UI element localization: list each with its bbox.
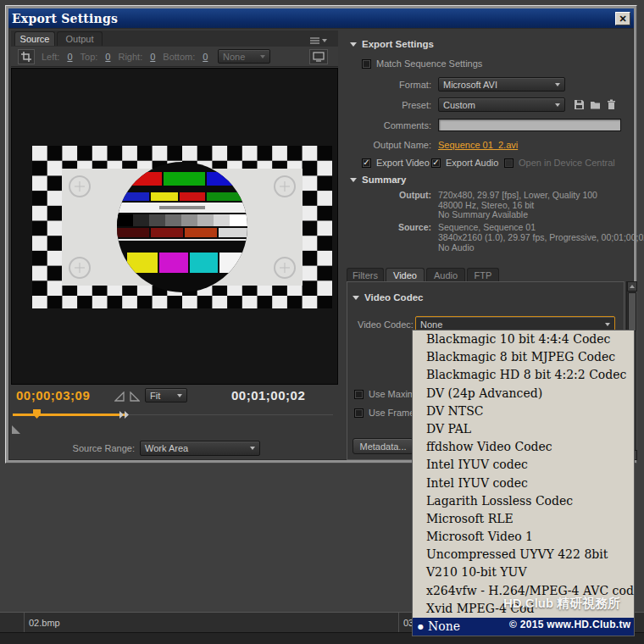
crop-left-value[interactable]: 0	[67, 52, 72, 62]
codec-option[interactable]: Intel IYUV codec	[413, 475, 634, 492]
zoom-level-dropdown[interactable]: Fit	[145, 388, 187, 402]
export-video-checkbox[interactable]: ✓	[362, 158, 371, 168]
playhead-marker[interactable]	[33, 409, 41, 419]
summary-output-label: Output:	[347, 190, 431, 200]
scrubber-elapsed[interactable]	[13, 414, 126, 416]
disclosure-triangle-icon	[350, 178, 357, 182]
use-frame-blend-checkbox[interactable]	[354, 408, 364, 418]
in-point-icon[interactable]	[114, 391, 125, 402]
crop-bottom-label: Bottom:	[163, 52, 195, 62]
tab-ftp[interactable]: FTP	[467, 268, 499, 282]
tab-output-label: Output	[65, 34, 93, 44]
tab-filters[interactable]: Filters	[347, 268, 384, 282]
summary-header[interactable]: Summary	[350, 175, 406, 185]
match-sequence-checkbox[interactable]	[362, 59, 371, 69]
export-video-label: Export Video	[376, 158, 430, 168]
transport-bar: 00;00;03;09 Fit 00;01;00;02	[9, 386, 341, 407]
match-sequence-label: Match Sequence Settings	[376, 58, 482, 69]
tab-audio[interactable]: Audio	[426, 268, 465, 282]
tab-source-label: Source	[20, 34, 50, 44]
crop-aspect-dropdown[interactable]: None	[218, 49, 270, 64]
zoom-level-value: Fit	[150, 391, 160, 401]
delete-preset-button[interactable]	[604, 97, 618, 111]
summary-source-line2: 3840x2160 (1.0), 29.97 fps, Progressive,…	[438, 232, 644, 242]
codec-option[interactable]: Lagarith Lossless Codec	[413, 492, 634, 510]
source-range-row: Source Range: Work Area	[9, 439, 341, 458]
codec-dropdown-list: Blackmagic 10 bit 4:4:4 CodecBlackmagic …	[413, 330, 634, 618]
comments-label: Comments:	[347, 120, 431, 130]
codec-option[interactable]: Intel IYUV codec	[413, 456, 634, 474]
metadata-button[interactable]: Metadata...	[353, 438, 414, 454]
codec-option[interactable]: DV PAL	[413, 420, 634, 438]
scrollbar-thumb[interactable]	[628, 292, 636, 331]
zoom-handle-icon[interactable]	[12, 425, 21, 434]
video-codec-header[interactable]: Video Codec	[353, 292, 423, 303]
format-value: Microsoft AVI	[443, 80, 497, 90]
format-dropdown[interactable]: Microsoft AVI	[438, 77, 565, 92]
tab-output[interactable]: Output	[57, 31, 103, 46]
preset-dropdown[interactable]: Custom	[438, 97, 565, 112]
out-point-icon[interactable]	[130, 391, 140, 402]
use-maximum-checkbox[interactable]	[354, 390, 364, 399]
current-timecode[interactable]: 00;00;03;09	[16, 388, 90, 402]
crop-left-label: Left:	[42, 52, 59, 62]
codec-option[interactable]: DV (24p Advanced)	[413, 385, 634, 402]
codec-option[interactable]: ffdshow Video Codec	[413, 438, 634, 456]
crop-bottom-value[interactable]: 0	[203, 52, 208, 62]
source-range-value: Work Area	[145, 443, 188, 453]
export-settings-header-label: Export Settings	[362, 39, 434, 49]
preset-value: Custom	[443, 100, 475, 110]
disclosure-triangle-icon	[353, 296, 359, 300]
open-device-central-label: Open in Device Central	[519, 158, 615, 168]
duration-timecode: 00;01;00;02	[231, 388, 305, 402]
dialog-titlebar[interactable]: Export Settings ✕	[8, 8, 634, 28]
preview-test-pattern	[32, 146, 332, 308]
tab-video-label: Video	[393, 270, 417, 280]
timeline-clip-label[interactable]: 02.bmp	[29, 618, 60, 628]
comments-field[interactable]	[438, 119, 621, 131]
codec-option[interactable]: Blackmagic HD 8 bit 4:2:2 Codec	[413, 366, 634, 384]
codec-option[interactable]: Blackmagic 10 bit 4:4:4 Codec	[413, 330, 634, 348]
work-area-end-icon[interactable]	[119, 411, 130, 419]
video-codec-header-label: Video Codec	[364, 292, 423, 303]
video-codec-value: None	[420, 319, 442, 330]
codec-option[interactable]: Blackmagic 8 bit MJPEG Codec	[413, 348, 634, 366]
crop-icon	[20, 51, 32, 63]
codec-option[interactable]: V210 10-bit YUV	[413, 564, 634, 581]
preset-label: Preset:	[347, 100, 431, 110]
screen: Export Settings ✕ Source Output	[0, 0, 644, 644]
output-name-label: Output Name:	[347, 140, 431, 150]
crop-button[interactable]	[18, 49, 35, 64]
open-device-central-row: Open in Device Central	[504, 158, 615, 168]
import-preset-button[interactable]	[588, 97, 602, 111]
source-range-label: Source Range:	[43, 443, 135, 453]
scrubber-area[interactable]	[9, 407, 341, 425]
view-mode-button[interactable]	[309, 49, 328, 64]
codec-option[interactable]: DV NTSC	[413, 402, 634, 420]
output-name-link[interactable]: Sequence 01_2.avi	[438, 140, 518, 150]
summary-source-line3: No Audio	[438, 242, 475, 253]
summary-source-label: Source:	[347, 222, 431, 232]
tab-source[interactable]: Source	[14, 31, 55, 46]
summary-output-line3: No Summary Available	[438, 209, 528, 219]
crop-top-value[interactable]: 0	[105, 52, 110, 62]
preview-area[interactable]	[11, 68, 338, 385]
save-preset-button[interactable]	[572, 97, 586, 111]
codec-option[interactable]: Uncompressed UYVY 422 8bit	[413, 546, 634, 564]
scroll-up-icon	[630, 285, 635, 288]
scroll-up-button[interactable]	[627, 281, 637, 291]
source-range-dropdown[interactable]: Work Area	[140, 441, 260, 456]
export-settings-header[interactable]: Export Settings	[350, 39, 434, 49]
tab-ftp-label: FTP	[475, 270, 492, 280]
codec-option[interactable]: Microsoft Video 1	[413, 528, 634, 546]
watermark-copyright: © 2015 www.HD.Club.tw	[509, 619, 630, 630]
panel-menu-icon[interactable]	[309, 34, 328, 44]
export-audio-checkbox[interactable]: ✓	[431, 158, 441, 168]
crop-right-value[interactable]: 0	[150, 52, 155, 62]
clip-divider	[24, 613, 25, 632]
close-button[interactable]: ✕	[615, 12, 630, 25]
tab-video[interactable]: Video	[386, 268, 425, 282]
monitor-icon	[313, 52, 325, 62]
crop-right-label: Right:	[118, 52, 142, 62]
codec-option[interactable]: Microsoft RLE	[413, 510, 634, 528]
